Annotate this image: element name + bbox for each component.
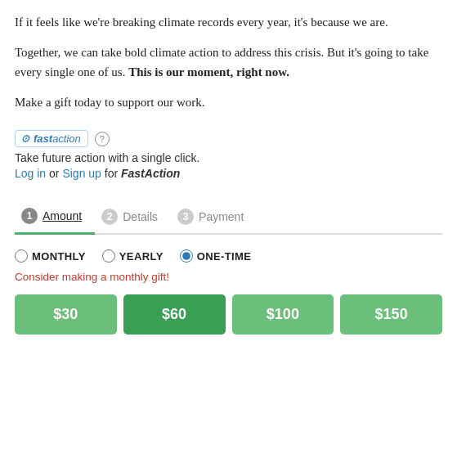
step-amount[interactable]: 1 Amount (15, 201, 95, 235)
amount-buttons: $30 $60 $100 $150 (15, 294, 442, 335)
freq-yearly[interactable]: YEARLY (102, 249, 164, 263)
or-text: or (46, 167, 62, 180)
monthly-suggestion: Consider making a monthly gift! (15, 271, 442, 283)
intro-paragraph-3: Make a gift today to support our work. (15, 93, 442, 112)
step-label-amount: Amount (43, 209, 82, 222)
step-label-payment: Payment (199, 210, 244, 223)
freq-yearly-label: YEARLY (119, 250, 164, 263)
step-label-details: Details (123, 210, 158, 223)
suffix-text: for (101, 167, 121, 180)
frequency-row: MONTHLY YEARLY ONE-TIME (15, 249, 442, 263)
step-num-3: 3 (177, 209, 194, 225)
fastaction-badge-row: ⚙ fastaction ? (15, 130, 442, 147)
intro-paragraph-1: If it feels like we're breaking climate … (15, 13, 442, 32)
fastaction-badge-text: fastaction (34, 132, 81, 145)
step-payment[interactable]: 3 Payment (171, 202, 257, 233)
fastaction-gear-icon: ⚙ (20, 132, 30, 145)
intro-p2-bold: This is our moment, right now. (128, 65, 289, 79)
freq-monthly-radio[interactable] (15, 249, 28, 263)
fastaction-description: Take future action with a single click. (15, 151, 442, 164)
amount-btn-150[interactable]: $150 (340, 294, 442, 335)
freq-yearly-radio[interactable] (102, 249, 115, 263)
fastaction-badge[interactable]: ⚙ fastaction (15, 130, 88, 147)
freq-onetime-label: ONE-TIME (197, 250, 252, 263)
amount-btn-60[interactable]: $60 (123, 294, 226, 335)
freq-onetime-radio[interactable] (180, 249, 193, 263)
signup-link[interactable]: Sign up (62, 167, 101, 180)
step-num-2: 2 (101, 209, 118, 225)
intro-paragraph-2: Together, we can take bold climate actio… (15, 43, 442, 82)
help-icon[interactable]: ? (95, 132, 110, 146)
intro-section: If it feels like we're breaking climate … (15, 13, 442, 112)
step-details[interactable]: 2 Details (95, 202, 171, 233)
freq-onetime[interactable]: ONE-TIME (180, 249, 252, 263)
fastaction-links: Log in or Sign up for FastAction (15, 167, 442, 180)
login-link[interactable]: Log in (15, 167, 46, 180)
fastaction-section: ⚙ fastaction ? Take future action with a… (15, 130, 442, 180)
amount-btn-100[interactable]: $100 (232, 294, 334, 335)
fastaction-brand: FastAction (121, 167, 180, 180)
steps-row: 1 Amount 2 Details 3 Payment (15, 201, 442, 235)
freq-monthly-label: MONTHLY (32, 250, 86, 263)
amount-btn-30[interactable]: $30 (15, 294, 117, 335)
freq-monthly[interactable]: MONTHLY (15, 249, 86, 263)
step-num-1: 1 (21, 208, 38, 224)
